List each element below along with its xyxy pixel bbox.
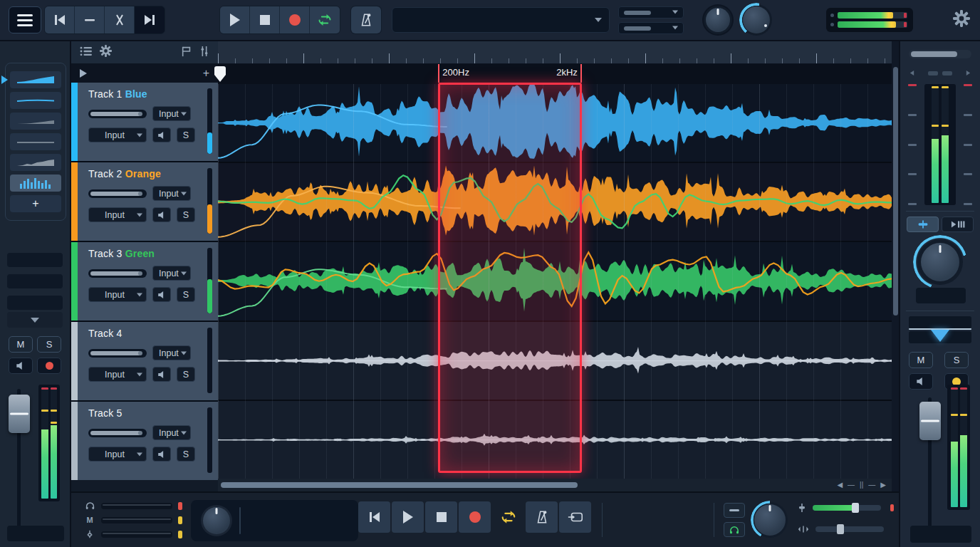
dash-button[interactable]	[75, 6, 105, 33]
slider-handle[interactable]	[852, 503, 859, 513]
waveform-lane-1[interactable]	[218, 84, 892, 162]
panel-scrollbar[interactable]	[909, 50, 971, 58]
volume-fader-handle[interactable]	[9, 395, 30, 433]
stereo-width-widget[interactable]	[909, 316, 971, 343]
record-button[interactable]	[280, 6, 310, 33]
monitor-button[interactable]	[9, 358, 33, 374]
monitor-button[interactable]	[152, 207, 171, 222]
input-select[interactable]: Input	[152, 106, 191, 121]
input-routing-select[interactable]: Input	[88, 127, 147, 142]
master-fader-handle[interactable]	[919, 402, 941, 440]
monitor-button[interactable]	[152, 447, 171, 462]
input-select[interactable]: Input	[152, 186, 191, 201]
fader-view-button[interactable]	[907, 217, 939, 232]
skip-forward-button[interactable]	[135, 6, 165, 33]
monitor-level-bar[interactable]	[101, 531, 172, 538]
horizontal-scrollbar[interactable]: ◀ — || — ▶	[218, 479, 892, 491]
punch-loop-button[interactable]	[559, 501, 591, 533]
line-mode-button[interactable]	[724, 503, 745, 518]
minus-icon[interactable]: —	[868, 481, 875, 489]
gear-icon[interactable]	[100, 45, 112, 60]
thumbnail-clip-wave-small[interactable]	[10, 113, 61, 130]
mute-button[interactable]: M	[9, 336, 33, 353]
time-ruler[interactable]	[218, 41, 892, 64]
monitor-level-bar[interactable]	[101, 503, 172, 509]
thumbnail-clip-wave-rising[interactable]	[10, 71, 61, 88]
input-select[interactable]: Input	[152, 345, 191, 360]
solo-button[interactable]: S	[177, 207, 195, 222]
solo-button[interactable]: S	[177, 127, 195, 142]
list-icon[interactable]	[80, 46, 93, 59]
mix-knob[interactable]	[741, 4, 772, 36]
output-device-dropdown[interactable]	[618, 22, 684, 34]
vertical-scrollbar[interactable]	[893, 64, 898, 479]
track-header-3[interactable]: Track 3 GreenInputInputS	[71, 242, 218, 321]
marker-icon[interactable]	[181, 46, 192, 60]
monitor-level-knob[interactable]	[752, 502, 788, 538]
waveform-lane-2[interactable]	[218, 163, 892, 241]
input-routing-select[interactable]: Input	[88, 367, 147, 382]
monitor-level-bar[interactable]	[101, 517, 172, 523]
minus-icon[interactable]: —	[848, 481, 855, 489]
cross-button[interactable]	[105, 6, 135, 33]
scrollbar-thumb[interactable]	[221, 482, 578, 488]
input-select[interactable]: Input	[152, 266, 191, 281]
input-device-dropdown[interactable]	[618, 6, 684, 19]
menu-button[interactable]	[9, 6, 41, 33]
thumbnail-clip-line-flat[interactable]	[10, 133, 61, 150]
sliders-icon[interactable]	[199, 46, 209, 60]
track-header-4[interactable]: Track 4 InputInputS	[71, 322, 218, 400]
metronome-button[interactable]	[351, 6, 381, 33]
master-solo-button[interactable]: S	[944, 352, 969, 368]
thumbnail-clip-spectrum[interactable]	[10, 174, 61, 192]
input-routing-select[interactable]: Input	[88, 287, 147, 302]
stop-button[interactable]	[250, 6, 280, 33]
waveform-lane-4[interactable]	[218, 322, 892, 400]
marker-bar[interactable]	[218, 64, 892, 84]
input-routing-select[interactable]: Input	[88, 447, 147, 462]
track-gain-slider[interactable]	[88, 189, 147, 198]
monitor-button[interactable]	[152, 127, 171, 142]
loop-button[interactable]	[492, 501, 524, 533]
preset-dropdown[interactable]	[392, 7, 610, 33]
skip-back-button[interactable]	[358, 501, 390, 533]
arrow-left-icon[interactable]: ◀	[837, 481, 843, 489]
solo-button[interactable]: S	[177, 447, 195, 462]
stop-button[interactable]	[425, 501, 457, 533]
monitor-button[interactable]	[152, 367, 171, 382]
arm-record-button[interactable]	[37, 358, 61, 374]
track-header-2[interactable]: Track 2 OrangeInputInputS	[71, 162, 218, 241]
solo-button[interactable]: S	[37, 336, 61, 353]
play-small-icon[interactable]	[80, 69, 87, 78]
arrow-right-icon[interactable]: ▶	[880, 481, 886, 489]
master-mute-button[interactable]: M	[909, 352, 933, 368]
placeholder-row[interactable]	[7, 274, 63, 288]
track-gain-slider[interactable]	[88, 110, 147, 118]
play-button[interactable]	[220, 6, 250, 33]
track-header-5[interactable]: Track 5 InputInputS	[71, 402, 218, 480]
thumbnail-clip-line[interactable]	[10, 92, 61, 109]
pause-bars-icon[interactable]: ||	[860, 481, 863, 489]
waveform-lane-5[interactable]	[218, 401, 892, 479]
play-button[interactable]	[392, 501, 424, 533]
track-header-1[interactable]: Track 1 BlueInputInputS	[71, 83, 218, 161]
metronome-button[interactable]	[526, 501, 558, 533]
balance-slider[interactable]	[815, 526, 884, 532]
solo-button[interactable]: S	[177, 367, 195, 382]
collapse-button[interactable]	[7, 312, 63, 328]
track-gain-slider[interactable]	[88, 349, 147, 358]
solo-button[interactable]: S	[177, 287, 195, 302]
loop-button[interactable]	[310, 6, 340, 33]
settings-gear-icon[interactable]	[953, 10, 970, 30]
input-routing-select[interactable]: Input	[88, 207, 147, 222]
meter-view-button[interactable]	[942, 217, 974, 232]
add-clip-button[interactable]: +	[10, 195, 61, 212]
headphone-mode-button[interactable]	[724, 522, 745, 537]
thumbnail-clip-wave-steps[interactable]	[10, 154, 61, 171]
master-volume-knob[interactable]	[917, 239, 963, 285]
track-gain-slider[interactable]	[88, 269, 147, 278]
input-select[interactable]: Input	[152, 425, 191, 440]
slider-handle[interactable]	[837, 524, 844, 534]
cue-knob[interactable]	[201, 505, 232, 536]
placeholder-row[interactable]	[7, 253, 63, 267]
